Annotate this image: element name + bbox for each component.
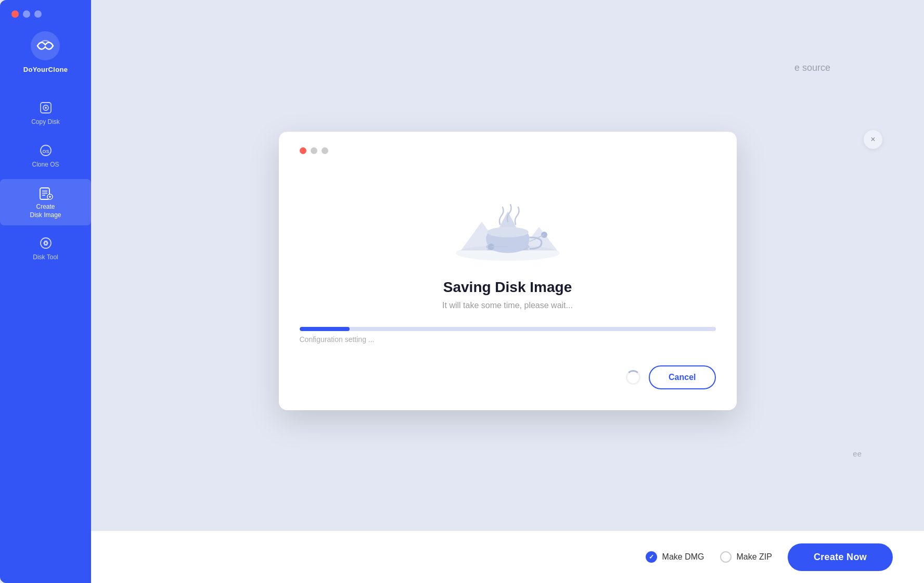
svg-point-17 [487, 227, 529, 237]
traffic-light-yellow[interactable] [23, 10, 30, 18]
modal-overlay: Saving Disk Image It will take some time… [91, 0, 924, 583]
modal-tl-red[interactable] [300, 147, 306, 154]
make-zip-radio[interactable] [720, 551, 732, 563]
svg-point-14 [44, 242, 47, 245]
sidebar-nav: Copy Disk OS Clone OS CreateDisk Image [0, 94, 91, 268]
sidebar-traffic-lights [0, 10, 42, 18]
svg-text:OS: OS [42, 149, 49, 154]
sidebar-item-disk-tool-label: Disk Tool [33, 254, 58, 262]
progress-bar-background [300, 327, 716, 331]
traffic-light-red[interactable] [11, 10, 19, 18]
sidebar-item-copy-disk-label: Copy Disk [31, 118, 60, 126]
make-zip-label: Make ZIP [737, 552, 772, 562]
sidebar-item-clone-os-label: Clone OS [32, 161, 59, 169]
create-now-button[interactable]: Create Now [788, 543, 893, 571]
saving-illustration [440, 170, 575, 263]
modal-tl-green[interactable] [322, 147, 328, 154]
copy-disk-icon [38, 100, 53, 115]
modal-tl-yellow[interactable] [311, 147, 317, 154]
create-disk-image-icon [38, 185, 53, 200]
make-dmg-label: Make DMG [662, 552, 704, 562]
modal-subtitle: It will take some time, please wait... [442, 301, 573, 310]
sidebar-item-copy-disk[interactable]: Copy Disk [0, 94, 91, 133]
modal-traffic-lights [300, 147, 328, 154]
make-zip-option[interactable]: Make ZIP [720, 551, 772, 563]
app-logo: DoYourClone [23, 30, 68, 73]
sidebar-item-clone-os[interactable]: OS Clone OS [0, 137, 91, 175]
modal-footer: Cancel [300, 365, 716, 389]
loading-spinner [626, 370, 640, 385]
bottom-bar: Make DMG Make ZIP Create Now [91, 531, 924, 583]
progress-container: Configuration setting ... [300, 327, 716, 344]
clone-os-icon: OS [38, 143, 53, 158]
app-name: DoYourClone [23, 66, 68, 73]
sidebar-item-create-disk-image[interactable]: CreateDisk Image [0, 179, 91, 225]
progress-bar-fill [300, 327, 350, 331]
sidebar-item-create-disk-image-label: CreateDisk Image [30, 203, 61, 219]
make-dmg-radio[interactable] [646, 551, 657, 563]
cancel-button[interactable]: Cancel [649, 365, 715, 389]
disk-tool-icon [38, 236, 53, 250]
sidebar-item-disk-tool[interactable]: Disk Tool [0, 230, 91, 268]
saving-disk-image-modal: Saving Disk Image It will take some time… [279, 132, 737, 410]
logo-icon [30, 30, 61, 61]
sidebar: DoYourClone Copy Disk OS Clone OS [0, 0, 91, 583]
progress-label: Configuration setting ... [300, 335, 716, 344]
modal-illustration [440, 164, 575, 269]
traffic-light-green[interactable] [34, 10, 42, 18]
main-content: e source × ee [91, 0, 924, 583]
modal-title: Saving Disk Image [443, 279, 572, 296]
make-dmg-option[interactable]: Make DMG [646, 551, 704, 563]
svg-point-3 [45, 107, 47, 109]
svg-point-13 [41, 238, 51, 248]
